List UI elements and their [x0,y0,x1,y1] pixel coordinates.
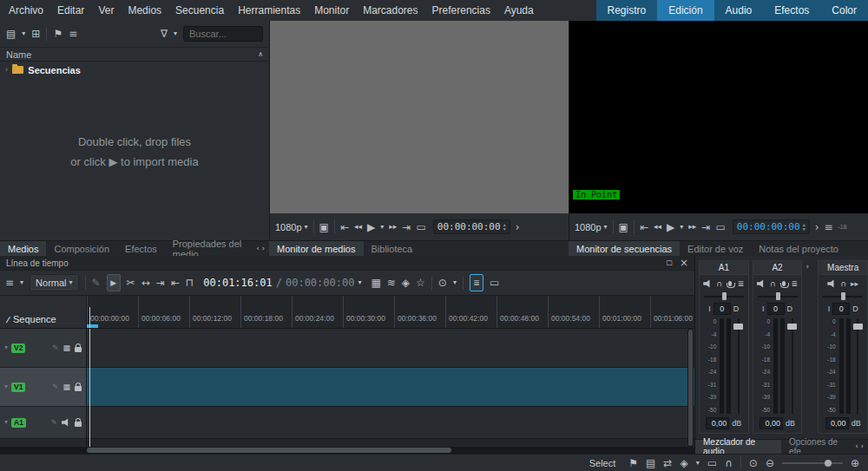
zone-bar[interactable] [87,324,98,328]
grab-frame-icon[interactable]: ▣ [319,222,329,232]
timecode-spinner[interactable]: ▴ ▾ [503,223,506,231]
zone-start-icon[interactable]: ⇤ [340,222,349,232]
workspace-tab-registro[interactable]: Registro [596,0,658,21]
track-lane-a1[interactable] [87,407,694,439]
pan-slider[interactable] [704,292,744,300]
workspace-tab-color[interactable]: Color [820,0,868,21]
create-folder-icon[interactable]: ⊞ [31,29,40,39]
mute-icon[interactable] [827,279,836,288]
snap-grid-icon[interactable]: ▦ [371,278,380,288]
forward-icon[interactable]: ▸▸ [688,223,696,231]
monitor-menu-icon[interactable]: ≡ [824,222,832,232]
db-value[interactable]: 0,00 [760,417,783,429]
pan-handle[interactable] [776,292,780,300]
fader-handle[interactable] [853,324,863,330]
search-input[interactable] [183,26,263,42]
play-dropdown-icon[interactable]: ▾ [680,224,683,231]
tab-monitor-de-secuencias[interactable]: Monitor de secuencias [569,241,680,256]
menu-item[interactable]: Marcadores [356,4,424,16]
clip-timecode[interactable]: 00:00:00:00 [437,221,501,232]
float-panel-icon[interactable]: ▢ [666,259,673,266]
menu-item[interactable]: Medios [121,4,168,16]
collapse-track-icon[interactable]: ▾ [4,383,8,390]
ripple-start-icon[interactable]: ⇤ [171,278,180,288]
mixer-scroll-chevron[interactable]: › [806,260,814,434]
loop-zone-icon[interactable]: ▭ [715,222,725,232]
mix-tool-icon[interactable]: ⊓ [186,278,194,288]
edit-mode-combo[interactable]: Normal ▾ [30,274,78,291]
forward-icon[interactable]: ▸▸ [851,280,858,288]
bin-folder-row[interactable]: › Secuencias [0,62,269,78]
scroll-left-icon[interactable]: ‹ [257,245,260,252]
speaker-icon[interactable] [62,418,70,427]
track-lane-v2[interactable] [87,329,694,368]
volume-fader[interactable] [853,318,863,414]
effects-icon[interactable]: ✎ [50,419,57,427]
pan-slider[interactable] [823,292,863,300]
vertical-scrollbar-thumb[interactable] [688,330,693,446]
scroll-left-icon[interactable]: ‹ [856,443,858,450]
fader-handle[interactable] [787,324,797,330]
rewind-icon[interactable]: ◂◂ [654,223,661,231]
keyframe-edit-icon[interactable]: ✎ [92,278,101,288]
zoom-out-icon[interactable]: ⊖ [766,458,774,468]
bin-menu-icon[interactable]: ≡ [69,29,77,39]
spin-down-icon[interactable]: ▾ [803,227,806,232]
channel-name[interactable]: Maestra [819,261,867,275]
expander-icon[interactable]: › [5,67,8,74]
razor-tool-icon[interactable]: ✂ [127,278,135,288]
grab-frame-icon[interactable]: ▣ [619,222,628,232]
tab-mezclador-de-audio[interactable]: Mezclador de audio [695,440,781,454]
audio-thumbnails-icon[interactable]: ≋ [387,278,396,288]
timeline-ruler[interactable]: 00:00:00:0000:00:06:0000:00:12:0000:00:1… [87,296,694,328]
play-dropdown-icon[interactable]: ▾ [380,224,384,231]
balance-value[interactable]: 0 [767,303,785,315]
more-controls-icon[interactable]: › [516,222,520,232]
track-height-icon[interactable]: ▾ [20,279,23,286]
track-header-v1[interactable]: ▾ V1 ✎ ▦ [0,368,86,407]
tag-toggle-icon[interactable]: ⚑ [628,458,638,468]
track-badge-v2[interactable]: V2 [11,343,25,353]
volume-fader[interactable] [733,318,743,414]
rewind-icon[interactable]: ◂◂ [354,223,362,231]
pan-slider[interactable] [758,292,798,300]
play-icon[interactable]: ▶ [367,222,375,232]
zoom-slider[interactable] [782,459,843,468]
track-lane-v1[interactable] [87,368,694,407]
sort-arrow-icon[interactable]: ∧ [258,51,263,58]
collapse-track-icon[interactable]: ▾ [4,419,8,426]
frame-icon[interactable]: ▭ [707,458,717,468]
loop-zone-icon[interactable]: ▭ [416,222,425,232]
workspace-tab-audio[interactable]: Audio [714,0,764,21]
project-monitor-video[interactable]: In Point [569,21,868,213]
zoom-slider-handle[interactable] [825,460,832,467]
collapse-track-icon[interactable]: ▾ [4,344,8,351]
workspace-tab-efectos[interactable]: Efectos [763,0,820,21]
tab-composicion[interactable]: Composición [46,241,117,256]
scroll-right-icon[interactable]: › [262,245,265,252]
clip-resolution-combo[interactable]: 1080p ▾ [275,222,308,232]
track-badge-v1[interactable]: V1 [11,383,25,392]
project-resolution-combo[interactable]: 1080p ▾ [575,222,608,232]
timecode-current[interactable]: 00:01:16:01 [203,277,272,289]
clip-monitor-video[interactable] [270,21,569,213]
bin-name-header[interactable]: Name ∧ [0,47,269,62]
tab-propiedades[interactable]: Propiedades del medio [165,241,257,256]
mute-icon[interactable] [703,279,712,288]
tab-editor-de-voz[interactable]: Editor de voz [680,241,751,256]
track-header-v2[interactable]: ▾ V2 ✎ ▦ [0,329,86,368]
filter-dropdown-icon[interactable]: ▾ [174,30,177,37]
project-timecode-box[interactable]: 00:00:00:00 ▴ ▾ [733,219,810,234]
close-panel-icon[interactable]: × [680,258,688,268]
monitor-headphones-icon[interactable]: ∩ [770,280,776,288]
project-timecode[interactable]: 00:00:00:00 [737,221,800,232]
play-icon[interactable]: ▶ [667,222,674,232]
zone-start-icon[interactable]: ⇤ [640,222,648,232]
zone-end-icon[interactable]: ⇥ [701,222,710,232]
track-badge-a1[interactable]: A1 [11,418,26,428]
menu-item[interactable]: Herramientas [231,4,307,16]
tab-opciones-de-efecto[interactable]: Opciones de efe [781,440,856,454]
zone-end-icon[interactable]: ⇥ [402,222,411,232]
record-arm-mic-icon[interactable] [728,281,732,286]
flag-icon[interactable]: ◈ [680,458,687,468]
